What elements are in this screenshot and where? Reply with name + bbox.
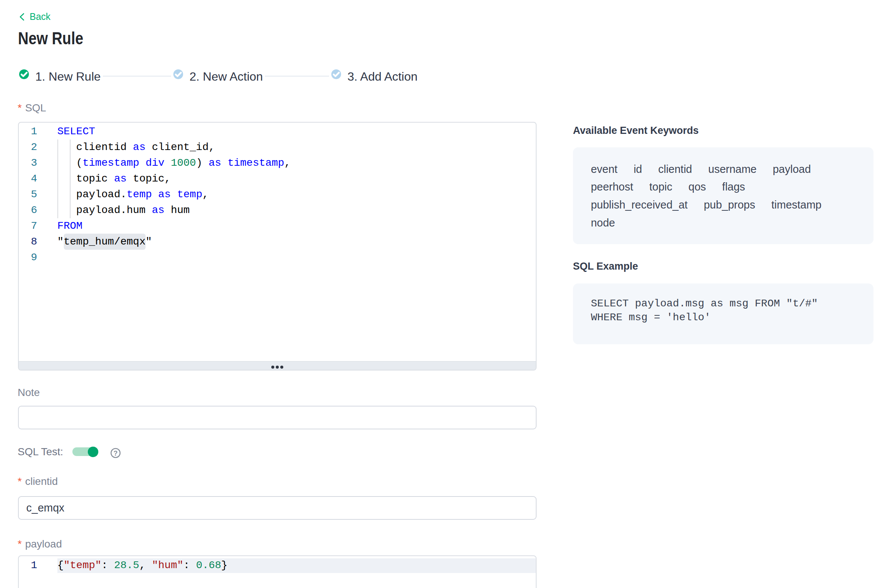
svg-text:?: ? xyxy=(114,449,118,457)
